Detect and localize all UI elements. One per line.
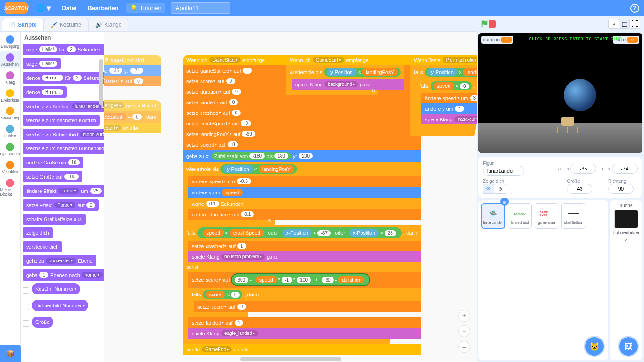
block-palette: Aussehen sageHallo!für2Sekunden sageHall… <box>21 32 104 362</box>
zoom-in-button[interactable]: ＋ <box>458 310 470 322</box>
tab-costumes-label: Kostüme <box>60 22 81 28</box>
brush-icon: 🖌️ <box>51 22 57 28</box>
zoom-reset-button[interactable]: ＝ <box>458 341 470 353</box>
backdrop-count: 2 <box>625 237 627 242</box>
sprite-list: 🗑 🛸lunarLanderLANDEDlanded-textGAME OVER… <box>478 200 608 360</box>
block-hide[interactable]: verstecke dich <box>23 241 62 252</box>
help-button[interactable]: ? <box>630 4 639 13</box>
category-operatoren[interactable]: Operatoren <box>0 141 20 158</box>
sound-icon: 🔊 <box>95 22 102 28</box>
add-backdrop-button[interactable]: 🖼 <box>619 337 638 356</box>
category-klang[interactable]: Klang <box>0 69 20 86</box>
stage-thumbnail[interactable] <box>614 210 638 228</box>
block-say-for-seconds[interactable]: sageHallo!für2Sekunden <box>23 44 104 55</box>
sprite-info-panel: Figur ↔ x ↕ y Zeige dich 👁 ⊘ Größe Richt… <box>478 157 642 198</box>
file-menu[interactable]: Datei <box>59 3 79 13</box>
category-bewegung[interactable]: Bewegung <box>0 34 20 51</box>
category-column: BewegungAussehenKlangEreignisseSteuerung… <box>0 32 21 362</box>
lunar-lander-sprite[interactable] <box>557 117 578 134</box>
category-ereignisse[interactable]: Ereignisse <box>0 87 20 104</box>
category-variablen[interactable]: Variablen <box>0 159 20 176</box>
stop-button[interactable] <box>489 20 496 28</box>
sprite-item-lunarLander[interactable]: 🛸lunarLander <box>481 203 505 229</box>
reporter-backdrop-number[interactable]: BühnenbildNummer <box>32 300 88 311</box>
reporter-costume-number[interactable]: KostümNummer <box>32 283 80 294</box>
block-change-size[interactable]: ändere Größe um10 <box>23 157 83 168</box>
block-goto-layer[interactable]: gehe zuvordersterEbene <box>23 255 96 266</box>
checkbox-size[interactable] <box>23 320 29 327</box>
category-aussehen[interactable]: Aussehen <box>0 51 20 68</box>
stage-large-button[interactable]: ◻ <box>619 19 630 29</box>
block-think-for-seconds[interactable]: denkeHmm...für2Sekunden <box>23 72 104 84</box>
zoom-controls: ＋ － ＝ <box>458 310 470 353</box>
tab-sounds[interactable]: 🔊Klänge <box>88 18 128 31</box>
stage-start-message: CLICK OR PRESS ENTER TO START GAME <box>529 37 621 41</box>
tab-row: 📄Skripte 🖌️Kostüme 🔊Klänge <box>0 16 477 31</box>
stage[interactable]: duration2 score0 speed-14.3 crashSpeed-3… <box>478 33 642 153</box>
block-set-effect[interactable]: setze EffektFarbeauf0 <box>23 199 99 211</box>
reporter-size[interactable]: Größe <box>32 317 53 328</box>
script-stack-soundloop[interactable]: Wenn ich GameStart empfange wiederhole b… <box>286 55 404 95</box>
block-next-backdrop[interactable]: wechsle zum nächsten Bühnenbild <box>23 143 104 154</box>
sprite-item-game-over[interactable]: GAME OVERgame-over <box>535 203 558 229</box>
sprite-y-input[interactable] <box>612 164 638 174</box>
scratch-logo[interactable]: SCRATCH <box>5 2 28 14</box>
category-fühlen[interactable]: Fühlen <box>0 123 20 140</box>
show-button[interactable]: 👁 <box>483 184 494 194</box>
figure-label: Figur <box>483 161 552 166</box>
tutorials-button[interactable]: 💡 Tutorien <box>126 3 165 13</box>
delete-sprite-button[interactable]: 🗑 <box>500 198 509 206</box>
hide-button[interactable]: ⊘ <box>494 184 506 194</box>
tab-scripts-label: Skripte <box>18 22 37 28</box>
block-change-effect[interactable]: ändere EffektFarbeum25 <box>23 185 104 197</box>
block-next-costume[interactable]: wechsle zum nächsten Kostüm <box>23 115 100 126</box>
checkbox-backdrop-number[interactable] <box>23 304 29 310</box>
script-stack-keyup[interactable]: Wenn Taste Pfeil nach oben ge falls y-Po… <box>410 55 477 136</box>
backpack-toggle[interactable]: 📦 <box>0 345 21 362</box>
arrow-h-icon: ↔ <box>557 166 562 171</box>
sprite-size-input[interactable] <box>567 184 592 194</box>
checkbox-costume-number[interactable] <box>23 287 29 294</box>
block-show[interactable]: zeige dich <box>23 227 53 238</box>
project-title-input[interactable]: Apollo11 <box>171 2 230 14</box>
edit-menu[interactable]: Bearbeiten <box>85 3 121 13</box>
block-say[interactable]: sageHallo! <box>23 58 61 69</box>
category-meine blöcke[interactable]: Meine Blöcke <box>0 177 20 198</box>
stage-selector[interactable]: Bühne Bühnenbilder 2 <box>610 200 642 360</box>
topbar: SCRATCH 🌐 ▾ Datei Bearbeiten 💡 Tutorien … <box>0 0 644 16</box>
code-icon: 📄 <box>9 22 15 28</box>
tab-scripts[interactable]: 📄Skripte <box>2 18 44 31</box>
canvas-scrollbar-horizontal[interactable] <box>240 357 341 361</box>
block-think[interactable]: denkeHmm... <box>23 86 67 98</box>
earth-graphic <box>564 79 596 111</box>
sprite-name-input[interactable] <box>483 166 524 176</box>
block-clear-effects[interactable]: schalte Grafikeffekte aus <box>23 214 86 225</box>
stage-small-button[interactable]: ▫ <box>608 19 619 29</box>
block-set-size[interactable]: setze Größe auf100 <box>23 171 82 182</box>
block-switch-backdrop[interactable]: wechsle zu Bühnenbildmoon-surface <box>23 129 104 140</box>
sprite-item-startButton[interactable]: startButton <box>561 203 585 229</box>
tab-costumes[interactable]: 🖌️Kostüme <box>44 18 88 31</box>
green-flag-button[interactable] <box>480 20 489 28</box>
tutorials-label: Tutorien <box>139 5 161 11</box>
category-steuerung[interactable]: Steuerung <box>0 105 20 122</box>
show-label: Zeige dich <box>483 179 552 184</box>
tab-sounds-label: Klänge <box>104 22 121 28</box>
block-switch-costume[interactable]: wechsle zu Kostümlunar-lander-anim <box>23 101 104 112</box>
zoom-out-button[interactable]: － <box>458 325 470 337</box>
sprite-direction-input[interactable] <box>608 184 634 194</box>
script-stack-gamestart[interactable]: Wenn ich GameStart empfange setze gameSt… <box>183 55 421 355</box>
monitor-duration[interactable]: duration2 <box>481 36 513 44</box>
sprite-item-landed-text[interactable]: LANDEDlanded-text <box>508 203 532 229</box>
script-stack-init[interactable]: Wenn ⚑ angeklickt wird he zu x: -35 y: -… <box>104 55 161 133</box>
palette-scrollbar[interactable] <box>99 59 103 105</box>
block-go-layers[interactable]: gehe1Ebenen nachvorne <box>23 269 104 281</box>
palette-category-header: Aussehen <box>23 34 102 41</box>
sprite-x-input[interactable] <box>570 164 596 174</box>
stage-fullscreen-button[interactable]: ⛶ <box>629 19 640 29</box>
script-canvas[interactable]: Wenn ⚑ angeklickt wird he zu x: -35 y: -… <box>104 32 477 362</box>
language-menu[interactable]: 🌐 ▾ <box>33 2 53 14</box>
arrow-v-icon: ↕ <box>601 166 604 171</box>
add-sprite-button[interactable]: 🐱 <box>585 337 604 356</box>
